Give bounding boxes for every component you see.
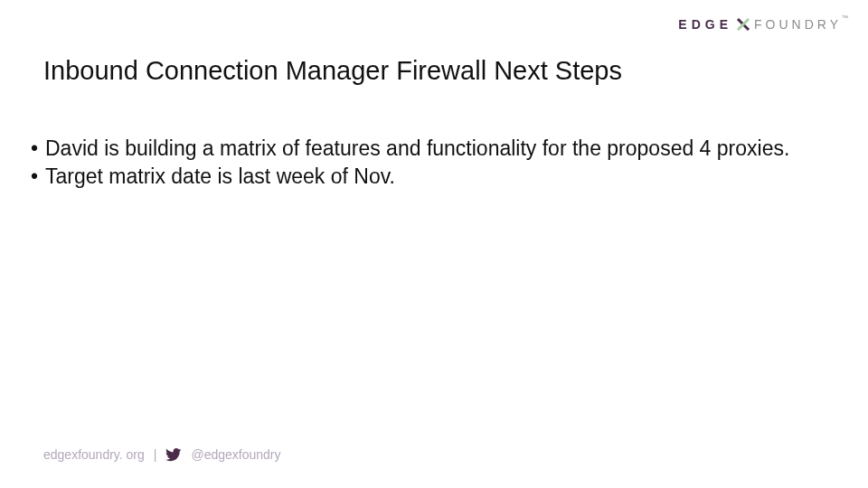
brand-logo-left: EDGE	[678, 17, 732, 32]
slide-title: Inbound Connection Manager Firewall Next…	[43, 56, 622, 86]
brand-logo: EDGE FOUNDRY ™	[678, 16, 848, 33]
brand-logo-tm: ™	[842, 14, 848, 21]
footer-handle: @edgexfoundry	[191, 447, 280, 462]
footer-separator: |	[154, 447, 157, 462]
bullet-list: David is building a matrix of features a…	[31, 136, 825, 191]
list-item: Target matrix date is last week of Nov.	[31, 164, 825, 190]
footer-site: edgexfoundry. org	[43, 447, 145, 462]
slide-content: David is building a matrix of features a…	[31, 136, 825, 192]
list-item: David is building a matrix of features a…	[31, 136, 825, 162]
slide: EDGE FOUNDRY ™ Inbound Connection Manage…	[0, 0, 868, 488]
slide-footer: edgexfoundry. org | @edgexfoundry	[43, 446, 281, 463]
twitter-icon	[165, 446, 182, 463]
brand-logo-right: FOUNDRY	[754, 17, 842, 32]
brand-logo-x-icon	[735, 16, 751, 33]
